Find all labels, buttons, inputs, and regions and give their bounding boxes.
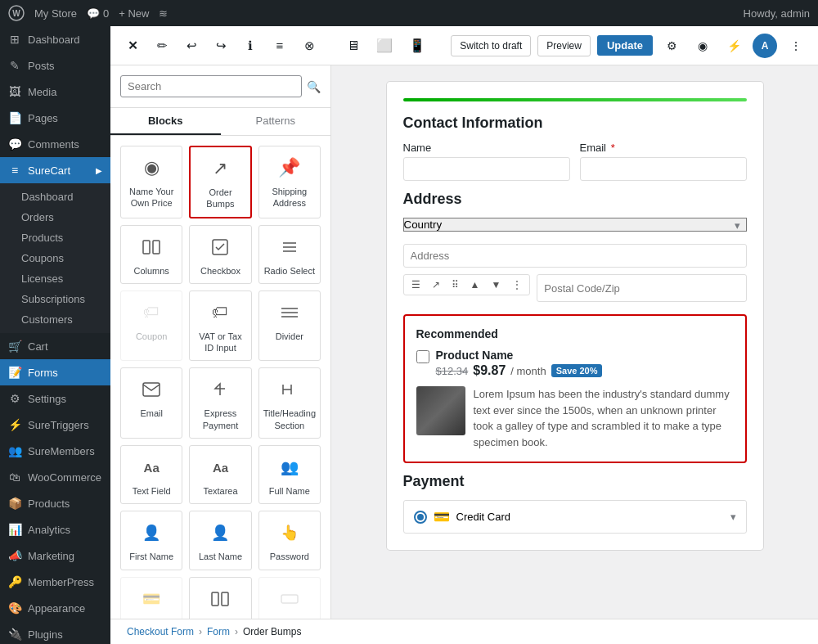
- sidebar-item-memberpress[interactable]: 🔑 MemberPress: [0, 569, 110, 595]
- name-input[interactable]: [403, 157, 570, 181]
- block-password[interactable]: 👆 Password: [258, 511, 321, 570]
- block-textarea[interactable]: Aa Textarea: [189, 445, 251, 504]
- address-input[interactable]: [403, 244, 747, 268]
- lightning-button[interactable]: ⚡: [721, 34, 746, 58]
- block-name-your-own-price[interactable]: ◉ Name Your Own Price: [120, 146, 182, 218]
- payment-option[interactable]: 💳 Credit Card ▾: [403, 500, 747, 534]
- block-label: Coupon: [136, 331, 168, 342]
- sidebar-item-cart[interactable]: 🛒 Cart: [0, 333, 110, 359]
- country-select[interactable]: Country: [403, 218, 747, 232]
- block-email[interactable]: Email: [120, 367, 182, 439]
- breadcrumb-checkout-form[interactable]: Checkout Form: [127, 626, 194, 637]
- undo-button[interactable]: ↩: [179, 34, 204, 58]
- sidebar-item-suretriggers[interactable]: ⚡ SureTriggers: [0, 412, 110, 438]
- pencil-button[interactable]: ✏: [150, 34, 174, 58]
- move-up-button[interactable]: ▲: [466, 277, 484, 293]
- sidebar-item-dashboard[interactable]: ⊞ Dashboard: [0, 26, 110, 52]
- store-link[interactable]: My Store: [34, 7, 77, 20]
- search-icon: 🔍: [307, 80, 321, 93]
- sidebar-sub-item-sc-products[interactable]: Products: [0, 227, 110, 248]
- block-price-selector[interactable]: Price Selector: [189, 577, 251, 619]
- info-button[interactable]: ℹ: [238, 34, 263, 58]
- product-checkbox[interactable]: [416, 350, 429, 363]
- sidebar-item-wc-products[interactable]: 📦 Products: [0, 490, 110, 516]
- align-button[interactable]: ☰: [407, 277, 425, 293]
- close-button[interactable]: ✕: [120, 34, 145, 58]
- sidebar-sub-item-sc-orders[interactable]: Orders: [0, 207, 110, 227]
- block-radio-select[interactable]: Radio Select: [258, 225, 321, 284]
- more-options-button[interactable]: ⋮: [784, 34, 808, 58]
- block-columns[interactable]: Columns: [120, 225, 182, 284]
- block-full-name[interactable]: 👥 Full Name: [258, 445, 321, 504]
- avatar-button[interactable]: A: [753, 34, 777, 58]
- name-label: Name: [403, 142, 570, 154]
- sidebar-item-pages[interactable]: 📄 Pages: [0, 105, 110, 131]
- tools-button[interactable]: ⊗: [297, 34, 321, 58]
- redo-button[interactable]: ↪: [209, 34, 233, 58]
- sidebar-sub-item-sc-dashboard[interactable]: Dashboard: [0, 187, 110, 207]
- editor-icon[interactable]: ≋: [159, 7, 168, 20]
- breadcrumb-form[interactable]: Form: [207, 626, 230, 637]
- postal-input[interactable]: [537, 274, 746, 302]
- new-link[interactable]: + New: [119, 7, 149, 20]
- mobile-view-button[interactable]: 📱: [404, 34, 430, 56]
- block-checkbox[interactable]: Checkbox: [189, 225, 251, 284]
- block-express-payment[interactable]: Express Payment: [189, 367, 251, 439]
- vat-tax-icon: 🏷: [205, 298, 235, 327]
- block-divider[interactable]: Divider: [258, 290, 321, 362]
- move-down-button[interactable]: ▼: [487, 277, 505, 293]
- block-last-name[interactable]: 👤 Last Name: [189, 511, 251, 570]
- block-text-field[interactable]: Aa Text Field: [120, 445, 182, 504]
- sidebar-item-analytics[interactable]: 📊 Analytics: [0, 516, 110, 543]
- preview-button[interactable]: Preview: [537, 35, 591, 56]
- sidebar-item-appearance[interactable]: 🎨 Appearance: [0, 595, 110, 621]
- suretriggers-icon: ⚡: [8, 418, 21, 431]
- wp-logo[interactable]: W: [8, 5, 25, 21]
- block-label: Title/Heading Section: [263, 408, 317, 431]
- more-mini-button[interactable]: ⋮: [508, 277, 526, 293]
- comments-link[interactable]: 💬 0: [87, 7, 109, 20]
- tab-blocks[interactable]: Blocks: [110, 108, 221, 135]
- block-vat-tax[interactable]: 🏷 VAT or Tax ID Input: [189, 290, 251, 362]
- update-button[interactable]: Update: [597, 35, 653, 56]
- sidebar-item-suremembers[interactable]: 👥 SureMembers: [0, 438, 110, 464]
- sidebar-item-woocommerce[interactable]: 🛍 WooCommerce: [0, 464, 110, 490]
- surecart-icon: ≡: [8, 164, 21, 177]
- sidebar-sub-item-sc-customers[interactable]: Customers: [0, 309, 110, 330]
- block-label: Express Payment: [193, 408, 247, 431]
- sidebar-item-comments[interactable]: 💬 Comments: [0, 131, 110, 157]
- pattern-button[interactable]: ◉: [690, 34, 715, 58]
- block-submit-button: Submit Button: [258, 577, 321, 619]
- sidebar-item-surecart[interactable]: ≡ SureCart ▶: [0, 157, 110, 183]
- sidebar-item-media[interactable]: 🖼 Media: [0, 79, 110, 105]
- block-title-heading[interactable]: Title/Heading Section: [258, 367, 321, 439]
- settings-gear-button[interactable]: ⚙: [659, 34, 684, 58]
- sidebar-sub-item-sc-licenses[interactable]: Licenses: [0, 268, 110, 289]
- sidebar-item-plugins[interactable]: 🔌 Plugins: [0, 621, 110, 644]
- sidebar-item-settings[interactable]: ⚙ Settings: [0, 385, 110, 412]
- wc-products-icon: 📦: [8, 497, 21, 510]
- block-order-bumps[interactable]: ↗ Order Bumps: [189, 146, 251, 218]
- sidebar-item-forms[interactable]: 📝 Forms: [0, 359, 110, 385]
- block-shipping-address[interactable]: 📌 Shipping Address: [258, 146, 321, 218]
- search-input[interactable]: [120, 75, 302, 97]
- grid-button[interactable]: ⠿: [447, 277, 463, 293]
- email-required-star: *: [611, 142, 615, 154]
- email-input[interactable]: [580, 157, 747, 181]
- block-first-name[interactable]: 👤 First Name: [120, 511, 182, 570]
- sidebar-item-marketing[interactable]: 📣 Marketing: [0, 543, 110, 569]
- block-label: First Name: [129, 551, 173, 562]
- desktop-view-button[interactable]: 🖥: [342, 35, 365, 56]
- appearance-icon: 🎨: [8, 601, 21, 615]
- tablet-view-button[interactable]: ⬜: [371, 34, 398, 56]
- chart-button[interactable]: ↗: [428, 277, 444, 293]
- sidebar-item-label: Pages: [28, 112, 58, 124]
- tab-patterns[interactable]: Patterns: [221, 108, 331, 135]
- sidebar-sub-item-sc-subscriptions[interactable]: Subscriptions: [0, 289, 110, 309]
- switch-draft-button[interactable]: Switch to draft: [451, 35, 531, 56]
- sidebar-item-posts[interactable]: ✎ Posts: [0, 52, 110, 79]
- product-thumb-image: [416, 386, 465, 435]
- cart-icon: 🛒: [8, 340, 21, 353]
- sidebar-sub-item-sc-coupons[interactable]: Coupons: [0, 248, 110, 268]
- list-view-button[interactable]: ≡: [267, 34, 292, 58]
